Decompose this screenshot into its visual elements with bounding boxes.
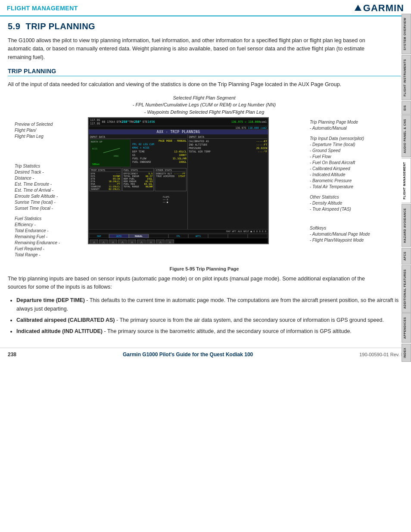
screen-left-panel: INPUT DATA NORTH UP KCGS KMHC: [89, 134, 188, 229]
section-sub-text: All of the input of data needed for calc…: [8, 81, 378, 89]
screen-status-bar2: 136.975 118.000 com2: [89, 126, 268, 130]
ann-trip-stats: Trip Statistics Desired Track - Distance…: [15, 163, 88, 212]
softkey-map[interactable]: MAP: [89, 234, 109, 238]
ann-trip-planning-mode: Trip Planning Page Mode - Automatic/Manu…: [310, 119, 394, 131]
bullet-item-1: Departure time (DEP TIME) - This default…: [16, 296, 401, 313]
softkey-bar[interactable]: MAP AUTO MANUAL FPL WPTS: [89, 233, 268, 239]
tab-index[interactable]: INDEX: [402, 344, 411, 362]
arrow-btn-4[interactable]: △: [118, 240, 127, 244]
figure-diagram-area: Preview of Selected Flight Plan/ Flight …: [15, 117, 394, 264]
arrow-btn-5[interactable]: △: [128, 240, 136, 244]
chapter-title: 5.9 TRIP PLANNING: [8, 22, 401, 31]
page-number: 238: [8, 352, 16, 358]
page-header: FLIGHT MANAGEMENT GARMIN: [0, 0, 411, 16]
footer-title: Garmin G1000 Pilot's Guide for the Quest…: [123, 352, 253, 358]
other-stats-box: OTHER STATS DENSITY ALT------FT TRUE AIR…: [155, 168, 187, 191]
ann-preview: Preview of Selected Flight Plan/ Flight …: [15, 121, 88, 140]
page-footer: 238 Garmin G1000 Pilot's Guide for the Q…: [0, 348, 411, 360]
figure-container: Selected Flight Plan Segment - FPL Numbe…: [15, 94, 394, 272]
nav-bar: MAP WPT AUX NRST ■ 0 0 0 0 0: [89, 229, 268, 233]
softkey-empty1: [149, 234, 168, 238]
arrow-btn-3[interactable]: △: [109, 240, 117, 244]
input-data-header: INPUT DATA: [90, 135, 187, 139]
g1000-screen-wrapper: 117.95 117.95 08 176kt DTK 258° TRK 258°…: [88, 117, 269, 244]
screen-body: INPUT DATA NORTH UP KCGS KMHC: [89, 134, 268, 229]
arrow-btn-6[interactable]: △: [137, 240, 146, 244]
softkey-empty3: [228, 234, 248, 238]
arrow-btn-2[interactable]: △: [99, 240, 108, 244]
trip-stats-box: TRIP STATS DTK--- DIS557NM ET: [90, 168, 121, 191]
stats-area: TRIP STATS DTK--- DIS557NM ET: [90, 168, 187, 191]
input-fields-right: PAGE MODE - MANUAL FPL 02 LEG CUM KMHC +…: [132, 139, 187, 167]
screen-status-bar: 117.95 117.95 08 176kt DTK 258° TRK 258°…: [89, 118, 268, 126]
ann-softkeys: Softkeys - Automatic/Manual Page Mode - …: [310, 225, 394, 243]
ann-fuel-stats: Fuel Statistics Efficiency - Total Endur…: [15, 216, 88, 258]
g1000-screen: 117.95 117.95 08 176kt DTK 258° TRK 258°…: [88, 117, 269, 244]
left-annotations: Preview of Selected Flight Plan/ Flight …: [15, 121, 88, 258]
arrow-btn-8[interactable]: △: [156, 240, 165, 244]
bullet-item-3: Indicated altitude (IND ALTITUDE) - The …: [16, 327, 401, 336]
softkey-empty4: [248, 234, 268, 238]
figure-caption: Figure 5-95 Trip Planning Page: [15, 266, 394, 271]
arrow-btn-7[interactable]: △: [146, 240, 155, 244]
arrow-btn-9[interactable]: △: [165, 240, 174, 244]
flaps-indicators: FLAPS ── 0 ── ■: [163, 196, 169, 203]
screen-title-bar: AUX - TRIP PLANNING: [89, 130, 268, 134]
garmin-logo: GARMIN: [355, 3, 404, 14]
main-content: 5.9 TRIP PLANNING The G1000 allows the p…: [0, 16, 411, 343]
softkey-empty2: [208, 234, 228, 238]
bullet-item-2: Calibrated airspeed (CALIBRATED AS) - Th…: [16, 316, 401, 324]
garmin-triangle-icon: [355, 5, 361, 11]
softkey-wpts[interactable]: WPTS: [188, 234, 208, 238]
footer-part-number: 190-00590-01 Rev. B: [359, 352, 404, 357]
screen-right-panel: INPUT DATA CALIBRATED AS-----KT IND ALTI…: [188, 134, 268, 229]
map-and-page-mode: NORTH UP KCGS KMHC 580nm: [90, 139, 187, 167]
intro-paragraph: The G1000 allows the pilot to view trip …: [8, 37, 378, 62]
mini-map: NORTH UP KCGS KMHC 580nm: [90, 139, 131, 167]
softkey-auto[interactable]: AUTO: [109, 234, 129, 238]
fuel-stats-box: FUEL STATS EFFICIENCY5.5 TOTAL ENDUR06:3…: [122, 168, 154, 191]
section-title: FLIGHT MANAGEMENT: [7, 5, 78, 12]
body-text-after-figure: The trip planning inputs are based on se…: [8, 275, 378, 292]
softkey-manual[interactable]: MANUAL: [129, 234, 149, 238]
ann-trip-input-data: Trip Input Data (sensor/pilot) - Departu…: [310, 136, 394, 190]
arrow-buttons-row: △ △ △ △ △ △ △ △ △: [89, 239, 268, 244]
trip-planning-section-heading: TRIP PLANNING: [8, 68, 401, 76]
softkey-fpl[interactable]: FPL: [168, 234, 188, 238]
arrow-btn-1[interactable]: △: [90, 240, 98, 244]
bullet-list: Departure time (DEP TIME) - This default…: [8, 296, 401, 336]
right-annotations: Trip Planning Page Mode - Automatic/Manu…: [310, 119, 394, 243]
figure-above-text: Selected Flight Plan Segment - FPL Numbe…: [15, 94, 394, 116]
ann-other-stats: Other Statistics - Density Altitude - Tr…: [310, 194, 394, 212]
